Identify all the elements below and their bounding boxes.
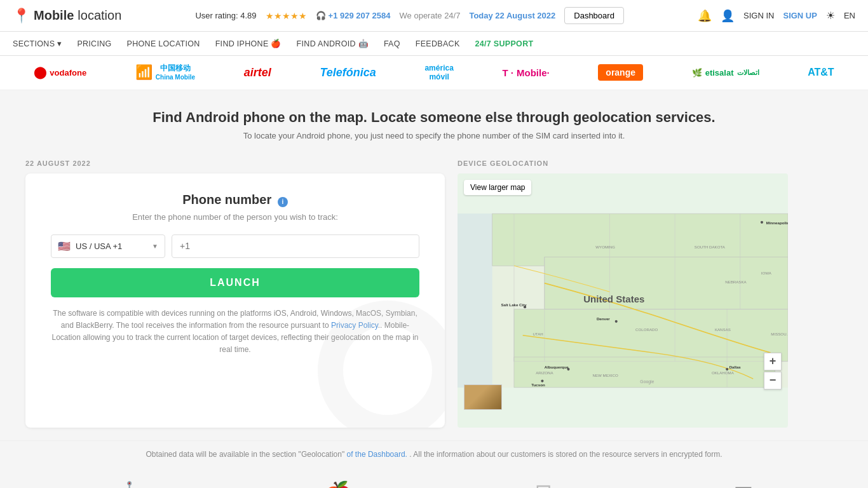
windows-icon: ⊞	[733, 480, 754, 488]
os-icons-row: 🤖 🍎 🖥 ⊞	[0, 468, 868, 488]
brand-airtel: airtel	[244, 66, 271, 79]
left-panel: 22 AUGUST 2022 Phone number i Enter the …	[25, 159, 445, 428]
brand-vodafone: ⬤ vodafone	[34, 65, 86, 79]
svg-rect-1	[458, 214, 492, 388]
svg-text:SOUTH DAKOTA: SOUTH DAKOTA	[695, 245, 726, 249]
brand-att: AT&T	[808, 67, 834, 78]
svg-text:NEBRASKA: NEBRASKA	[725, 279, 747, 283]
right-panel: DEVICE GEOLOCATION View larger map	[458, 159, 788, 428]
logo-light: location	[78, 8, 121, 23]
country-label: United States	[583, 294, 644, 304]
nav-find-iphone[interactable]: FIND IPHONE 🍎	[215, 32, 281, 55]
view-larger-map-button[interactable]: View larger map	[464, 180, 531, 195]
svg-point-29	[615, 320, 618, 323]
svg-text:KANSAS: KANSAS	[715, 327, 731, 332]
sign-up-link[interactable]: SIGN UP	[783, 11, 817, 20]
user-icon[interactable]: 👤	[721, 9, 735, 23]
theme-toggle[interactable]: ☀	[826, 10, 835, 22]
map-thumbnail	[464, 384, 502, 410]
header: 📍 Mobile location User rating: 4.89 ★★★★…	[0, 0, 868, 32]
brand-telefonica: Telefónica	[320, 66, 376, 79]
device-geo-label: DEVICE GEOLOCATION	[458, 159, 788, 167]
sign-in-link[interactable]: SIGN IN	[743, 11, 774, 20]
support-icon: 🎧	[316, 11, 326, 20]
rating-label: User rating: 4.89	[195, 11, 256, 20]
apple-icon: 🍎	[323, 480, 353, 488]
android-icon: 🤖	[114, 480, 144, 488]
privacy-policy-link[interactable]: Privacy Policy	[331, 321, 378, 330]
zoom-controls: + −	[764, 353, 782, 390]
brand-china-mobile: 📶 中国移动China Mobile	[135, 64, 195, 82]
svg-text:OKLAHOMA: OKLAHOMA	[712, 370, 735, 375]
logo: 📍 Mobile location	[13, 8, 121, 24]
nav-find-android[interactable]: FIND ANDROID 🤖	[297, 32, 369, 55]
bottom-suffix: . All the information about our customer…	[409, 450, 722, 459]
zoom-in-button[interactable]: +	[764, 353, 782, 370]
svg-point-35	[726, 368, 728, 370]
svg-text:Dallas: Dallas	[729, 365, 742, 369]
navigation: SECTIONS ▾ PRICING PHONE LOCATION FIND I…	[0, 32, 868, 56]
brand-etisalat: 🌿 etisalatاتصالات	[692, 68, 759, 78]
svg-rect-4	[514, 309, 788, 361]
logo-icon: 📍	[13, 8, 30, 24]
map-container: View larger map	[458, 173, 788, 428]
header-right: 🔔 👤 SIGN IN SIGN UP ☀ EN	[698, 9, 855, 23]
form-subtitle: Enter the phone number of the person you…	[51, 212, 419, 222]
chevron-down-icon: ▼	[152, 243, 158, 250]
rating-stars: ★★★★★	[266, 11, 307, 21]
svg-text:Google: Google	[640, 379, 654, 384]
nav-feedback[interactable]: FEEDBACK	[416, 32, 460, 55]
launch-button[interactable]: LAUNCH	[51, 268, 419, 297]
svg-text:Salt Lake City: Salt Lake City	[501, 302, 527, 307]
language-selector[interactable]: EN	[844, 11, 855, 20]
nav-pricing[interactable]: PRICING	[77, 32, 111, 55]
date-label: 22 AUGUST 2022	[25, 159, 445, 167]
nav-support[interactable]: 24/7 SUPPORT	[475, 32, 534, 55]
svg-text:ARIZONA: ARIZONA	[536, 370, 553, 375]
phone-input[interactable]	[172, 234, 419, 258]
bottom-info: Obtained data will be available in the s…	[0, 440, 868, 468]
country-label: US / USA +1	[76, 241, 122, 251]
brand-orange: orange	[598, 64, 643, 81]
nav-phone-location[interactable]: PHONE LOCATION	[127, 32, 200, 55]
support-phone[interactable]: 🎧 +1 929 207 2584	[316, 11, 391, 20]
country-selector[interactable]: 🇺🇸 US / USA +1 ▼	[51, 234, 165, 258]
nav-sections[interactable]: SECTIONS ▾	[13, 32, 62, 55]
map-svg: United States WYOMING SOUTH DAKOTA NEBRA…	[458, 173, 788, 428]
svg-text:MISSOU.: MISSOU.	[771, 332, 787, 336]
operate-label: We operate 24/7	[400, 11, 461, 20]
brands-bar: ⬤ vodafone 📶 中国移动China Mobile airtel Tel…	[0, 56, 868, 90]
phone-inputs: 🇺🇸 US / USA +1 ▼	[51, 234, 419, 258]
logo-bold: Mobile	[34, 8, 74, 23]
hero-title: Find Android phone on the map. Locate so…	[13, 109, 855, 126]
svg-text:Albuquerque: Albuquerque	[545, 365, 569, 369]
form-title: Phone number i	[51, 193, 419, 207]
svg-point-25	[761, 221, 763, 224]
svg-text:Tucson: Tucson	[531, 383, 545, 387]
svg-text:Denver: Denver	[597, 316, 610, 321]
main-content: 22 AUGUST 2022 Phone number i Enter the …	[0, 147, 868, 440]
svg-text:UTAH: UTAH	[532, 332, 543, 336]
dashboard-link[interactable]: of the Dashboard.	[347, 450, 407, 459]
svg-text:NEW MEXICO: NEW MEXICO	[592, 373, 618, 377]
hero-subtitle: To locate your Android phone, you just n…	[13, 131, 855, 140]
nav-faq[interactable]: FAQ	[384, 32, 400, 55]
current-date: Today 22 August 2022	[469, 11, 555, 20]
bottom-text: Obtained data will be available in the s…	[146, 450, 344, 459]
finder-icon: 🖥	[531, 480, 555, 488]
form-description: The software is compatible with devices …	[51, 308, 419, 356]
svg-text:COLORADO: COLORADO	[635, 327, 658, 332]
header-center: User rating: 4.89 ★★★★★ 🎧 +1 929 207 258…	[195, 7, 623, 24]
form-card: Phone number i Enter the phone number of…	[25, 173, 445, 428]
svg-text:WYOMING: WYOMING	[595, 245, 615, 249]
bell-icon[interactable]: 🔔	[698, 9, 712, 23]
svg-text:IOWA: IOWA	[761, 271, 772, 275]
dashboard-button[interactable]: Dashboard	[564, 7, 624, 24]
zoom-out-button[interactable]: −	[764, 372, 782, 390]
brand-tmobile: T · Mobile·	[502, 67, 549, 78]
svg-rect-3	[545, 257, 788, 309]
brand-america-movil: américamóvil	[424, 64, 453, 81]
svg-point-33	[541, 379, 543, 382]
country-flag: 🇺🇸	[58, 240, 71, 252]
info-icon[interactable]: i	[278, 197, 288, 207]
